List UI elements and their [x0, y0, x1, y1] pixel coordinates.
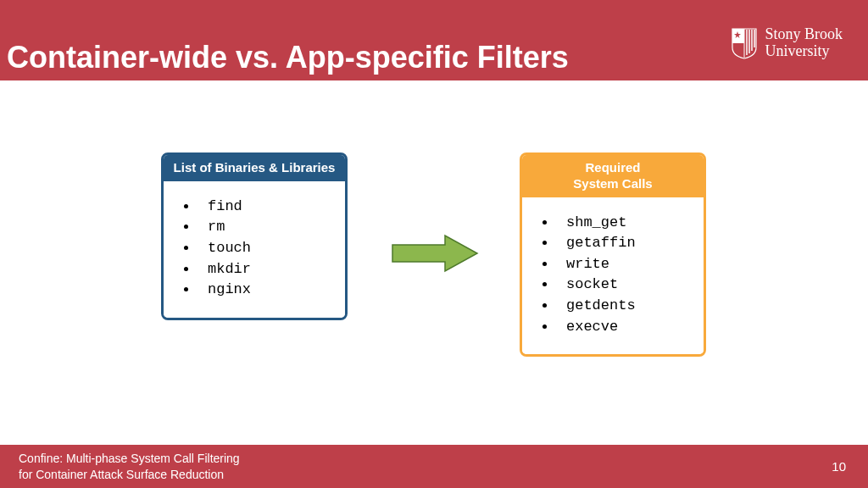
- syscalls-box: RequiredSystem Calls shm_get getaffin wr…: [520, 152, 706, 357]
- slide-header: Container-wide vs. App-specific Filters …: [0, 0, 868, 80]
- arrow-right-icon: [389, 233, 482, 274]
- binaries-box-body: find rm touch mkdir nginx: [164, 181, 345, 318]
- logo-line2: University: [765, 43, 843, 60]
- list-item: mkdir: [198, 259, 337, 280]
- slide-content: List of Binaries & Libraries find rm tou…: [0, 80, 868, 445]
- slide-title: Container-wide vs. App-specific Filters: [7, 40, 569, 75]
- binaries-box-header: List of Binaries & Libraries: [164, 155, 345, 181]
- logo-text: Stony Brook University: [765, 26, 843, 60]
- footer-citation: Confine: Multi-phase System Call Filteri…: [19, 451, 240, 481]
- list-item: getaffin: [556, 233, 695, 254]
- syscalls-box-header: RequiredSystem Calls: [522, 155, 704, 197]
- logo-line1: Stony Brook: [765, 26, 843, 43]
- footer-line1: Confine: Multi-phase System Call Filteri…: [19, 451, 240, 466]
- list-item: getdents: [556, 296, 695, 317]
- syscalls-header-l1: RequiredSystem Calls: [573, 160, 652, 191]
- list-item: find: [198, 197, 337, 218]
- list-item: write: [556, 254, 695, 275]
- footer-line2: for Container Attack Surface Reduction: [19, 467, 240, 482]
- university-logo: Stony Brook University: [731, 26, 843, 60]
- shield-icon: [731, 27, 758, 59]
- binaries-libraries-box: List of Binaries & Libraries find rm tou…: [161, 152, 348, 320]
- list-item: touch: [198, 238, 337, 259]
- page-number: 10: [832, 459, 846, 474]
- slide-footer: Confine: Multi-phase System Call Filteri…: [0, 445, 868, 488]
- list-item: socket: [556, 274, 695, 296]
- list-item: execve: [556, 317, 695, 338]
- binaries-list: find rm touch mkdir nginx: [186, 197, 337, 301]
- syscalls-box-body: shm_get getaffin write socket getdents e…: [522, 197, 704, 355]
- syscalls-list: shm_get getaffin write socket getdents e…: [544, 213, 695, 338]
- list-item: nginx: [198, 280, 337, 301]
- list-item: shm_get: [556, 213, 695, 234]
- list-item: rm: [198, 217, 337, 238]
